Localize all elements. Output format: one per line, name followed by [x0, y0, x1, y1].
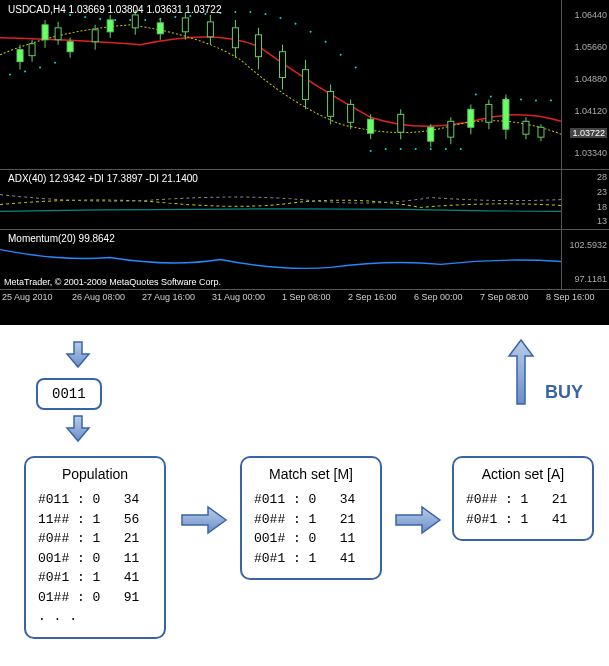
svg-rect-82: [448, 121, 454, 137]
arrow-right-icon: [394, 505, 442, 535]
svg-point-1: [24, 71, 26, 73]
svg-point-21: [325, 41, 327, 43]
y-tick: 1.05660: [574, 42, 607, 52]
price-y-axis: 1.06440 1.05660 1.04880 1.04120 1.03722 …: [561, 0, 609, 169]
svg-rect-58: [55, 28, 61, 40]
y-tick: 23: [597, 187, 607, 197]
x-tick: 25 Aug 2010: [2, 292, 53, 302]
classifier-row: #0#1 : 1 41: [38, 568, 152, 588]
svg-point-22: [340, 54, 342, 56]
svg-point-27: [415, 148, 417, 150]
adx-pane: ADX(40) 12.9342 +DI 17.3897 -DI 21.1400 …: [0, 170, 609, 230]
y-tick: 1.06440: [574, 10, 607, 20]
svg-rect-60: [92, 30, 98, 42]
y-tick: 13: [597, 216, 607, 226]
svg-point-28: [430, 148, 432, 150]
svg-rect-78: [348, 104, 354, 122]
population-title: Population: [38, 466, 152, 482]
x-tick: 7 Sep 08:00: [480, 292, 529, 302]
svg-rect-46: [157, 23, 163, 34]
svg-rect-52: [468, 109, 474, 127]
svg-rect-64: [182, 18, 188, 32]
candle-area: [0, 0, 561, 169]
svg-point-30: [460, 148, 462, 150]
y-tick: 28: [597, 172, 607, 182]
y-tick: 97.1181: [574, 274, 607, 284]
classifier-row: . . .: [38, 607, 152, 627]
svg-rect-66: [207, 22, 213, 37]
svg-point-6: [99, 18, 101, 20]
y-tick: 1.03340: [574, 148, 607, 158]
svg-point-32: [490, 95, 492, 97]
input-condition-box: 0011: [36, 378, 102, 410]
svg-point-31: [475, 93, 477, 95]
svg-rect-42: [67, 42, 73, 52]
adx-y-axis: 28 23 18 13: [561, 170, 609, 229]
match-set-box: Match set [M] #011 : 0 34 #0## : 1 21 00…: [240, 456, 382, 580]
x-tick: 31 Aug 00:00: [212, 292, 265, 302]
svg-point-7: [114, 19, 116, 21]
classifier-row: #0## : 1 21: [38, 529, 152, 549]
x-tick: 27 Aug 16:00: [142, 292, 195, 302]
match-set-title: Match set [M]: [254, 466, 368, 482]
y-tick: 102.5932: [569, 240, 607, 250]
adx-header: ADX(40) 12.9342 +DI 17.3897 -DI 21.1400: [4, 171, 202, 186]
svg-rect-56: [29, 44, 35, 56]
svg-rect-54: [503, 99, 509, 129]
x-tick: 1 Sep 08:00: [282, 292, 331, 302]
svg-point-0: [9, 74, 11, 76]
svg-point-24: [370, 150, 372, 152]
svg-rect-50: [428, 127, 434, 141]
svg-rect-86: [523, 121, 529, 134]
svg-rect-80: [398, 114, 404, 132]
action-set-box: Action set [A] #0## : 1 21 #0#1 : 1 41: [452, 456, 594, 541]
classifier-row: #0#1 : 1 41: [254, 549, 368, 569]
classifier-row: #011 : 0 34: [38, 490, 152, 510]
input-condition-text: 0011: [52, 386, 86, 402]
svg-rect-70: [255, 35, 261, 57]
svg-point-36: [550, 99, 552, 101]
svg-rect-72: [279, 52, 285, 78]
momentum-pane: Momentum(20) 99.8642 MetaTrader, © 2001-…: [0, 230, 609, 290]
svg-point-29: [445, 148, 447, 150]
momentum-y-axis: 102.5932 97.1181: [561, 230, 609, 289]
svg-rect-68: [232, 28, 238, 48]
classifier-row: 001# : 0 11: [38, 549, 152, 569]
y-tick: 18: [597, 202, 607, 212]
svg-point-16: [249, 11, 251, 13]
x-tick: 2 Sep 16:00: [348, 292, 397, 302]
svg-point-3: [54, 62, 56, 64]
svg-point-25: [385, 148, 387, 150]
action-set-title: Action set [A]: [466, 466, 580, 482]
classifier-diagram: 0011 Population #011 : 0 34 11## : 1 56 …: [0, 330, 609, 665]
momentum-header: Momentum(20) 99.8642: [4, 231, 119, 246]
classifier-row: 01## : 0 91: [38, 588, 152, 608]
buy-output-label: BUY: [545, 382, 583, 403]
time-x-axis: 25 Aug 2010 26 Aug 08:00 27 Aug 16:00 31…: [0, 290, 609, 325]
svg-point-26: [400, 148, 402, 150]
svg-point-23: [355, 67, 357, 69]
population-box: Population #011 : 0 34 11## : 1 56 #0## …: [24, 456, 166, 639]
svg-rect-76: [328, 91, 334, 116]
classifier-row: 11## : 1 56: [38, 510, 152, 530]
arrow-right-icon: [180, 505, 228, 535]
y-tick: 1.04880: [574, 74, 607, 84]
svg-rect-44: [107, 20, 113, 32]
svg-point-9: [144, 19, 146, 21]
current-price-tag: 1.03722: [570, 128, 607, 138]
classifier-row: #0## : 1 21: [466, 490, 580, 510]
forex-chart-panel: USDCAD,H4 1.03669 1.03804 1.03631 1.0372…: [0, 0, 609, 325]
svg-point-8: [129, 19, 131, 21]
svg-rect-48: [368, 119, 374, 133]
svg-point-35: [535, 99, 537, 101]
classifier-row: #0#1 : 1 41: [466, 510, 580, 530]
classifier-row: #0## : 1 21: [254, 510, 368, 530]
svg-point-17: [264, 13, 266, 15]
arrow-down-icon: [65, 340, 91, 370]
x-tick: 8 Sep 16:00: [546, 292, 595, 302]
svg-point-34: [520, 98, 522, 100]
price-chart-pane: USDCAD,H4 1.03669 1.03804 1.03631 1.0372…: [0, 0, 609, 170]
svg-point-20: [310, 31, 312, 33]
classifier-row: #011 : 0 34: [254, 490, 368, 510]
symbol-header: USDCAD,H4 1.03669 1.03804 1.03631 1.0372…: [4, 2, 226, 17]
